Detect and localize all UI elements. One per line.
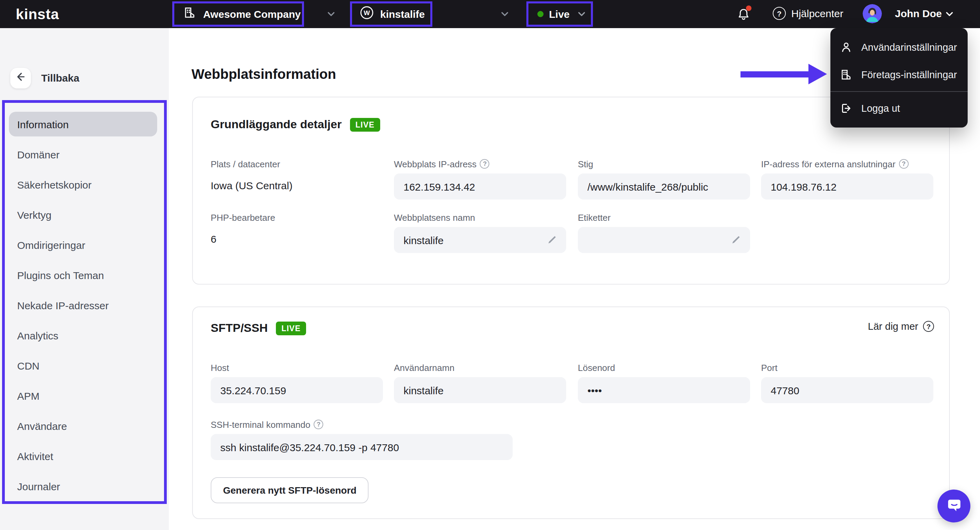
pencil-icon[interactable] (547, 235, 557, 245)
sidebar-nav-highlight: Information Domäner Säkerhetskopior Verk… (2, 100, 167, 504)
help-center-button[interactable]: ? Hjälpcenter (773, 7, 843, 20)
field-label: Port (761, 362, 778, 373)
sidebar-item-omdirigeringar[interactable]: Omdirigeringar (9, 232, 157, 257)
card-title: SFTP/SSH (211, 322, 268, 335)
generate-sftp-password-button[interactable]: Generera nytt SFTP-lösenord (211, 477, 369, 503)
environment-selector-label: Live (549, 8, 570, 20)
svg-text:W: W (364, 9, 370, 16)
field-label: Etiketter (578, 212, 611, 222)
username-value: kinstalife (394, 377, 566, 403)
user-icon (840, 41, 852, 54)
ssh-command-value: ssh kinstalife@35.224.70.159 -p 47780 (211, 434, 513, 460)
menu-item-label: Logga ut (861, 103, 900, 114)
site-selector[interactable]: W kinstalife (350, 2, 432, 27)
password-value: •••• (578, 377, 750, 403)
user-menu: Användarinställningar Företags-inställni… (830, 28, 968, 127)
sidebar-item-nekade-ip-adresser[interactable]: Nekade IP-adresser (9, 293, 157, 317)
question-circle-icon[interactable]: ? (899, 159, 908, 169)
question-circle-icon[interactable]: ? (313, 420, 323, 429)
wordpress-icon: W (360, 5, 374, 23)
field-label: SSH-terminal kommando (211, 419, 310, 430)
sidebar-item-domaner[interactable]: Domäner (9, 142, 157, 167)
help-center-label: Hjälpcenter (791, 8, 843, 19)
building-icon (183, 6, 196, 22)
field-label: Host (211, 362, 229, 373)
sidebar-item-anvandare[interactable]: Användare (9, 413, 157, 438)
live-badge: LIVE (350, 118, 380, 132)
chevron-down-icon (578, 12, 585, 16)
building-icon (840, 68, 852, 81)
menu-divider (830, 91, 968, 92)
notification-badge (746, 5, 751, 11)
field-label: IP-adress för externa anslutningar (761, 159, 896, 169)
chat-launcher[interactable] (937, 490, 970, 522)
company-selector[interactable]: Awesome Company (172, 2, 304, 27)
site-ip-value: 162.159.134.42 (394, 173, 566, 200)
bell-icon (737, 12, 750, 23)
sidebar-item-plugins-och-teman[interactable]: Plugins och Teman (9, 263, 157, 287)
status-dot (537, 11, 544, 17)
sftp-ssh-card: SFTP/SSH LIVE Lär dig mer ? Host 35.224.… (192, 306, 950, 519)
pencil-icon[interactable] (731, 235, 740, 245)
question-circle-icon: ? (923, 321, 934, 332)
avatar[interactable] (863, 4, 882, 23)
menu-item-logout[interactable]: Logga ut (830, 95, 968, 122)
path-value: /www/kinstalife_268/public (578, 173, 750, 200)
page-title: Webbplatsinformation (191, 67, 336, 82)
labels-field[interactable] (578, 227, 750, 253)
kinsta-logo: Kinsta (16, 6, 59, 23)
back-arrow-icon (15, 71, 26, 85)
live-badge: LIVE (276, 322, 306, 335)
chevron-down-icon[interactable] (501, 12, 509, 16)
field-label: PHP-bearbetare (211, 212, 275, 222)
app-window: Kinsta Awesome Company W kinstalife Live (0, 0, 980, 530)
question-circle-icon: ? (773, 7, 786, 20)
back-label: Tillbaka (41, 72, 79, 84)
company-selector-label: Awesome Company (203, 8, 301, 20)
top-bar: Kinsta Awesome Company W kinstalife Live (0, 0, 980, 28)
sidebar-item-journaler[interactable]: Journaler (9, 474, 157, 498)
field-label: Användarnamn (394, 362, 454, 373)
chevron-down-icon[interactable] (946, 12, 953, 16)
back-button[interactable] (10, 68, 31, 89)
sidebar-item-cdn[interactable]: CDN (9, 353, 157, 378)
field-label: Webbplatsens namn (394, 212, 475, 222)
annotation-arrow (740, 71, 808, 78)
question-circle-icon[interactable]: ? (480, 159, 490, 169)
site-selector-label: kinstalife (380, 8, 425, 20)
learn-more-link[interactable]: Lär dig mer ? (868, 321, 934, 332)
card-title: Grundläggande detaljer (211, 118, 342, 132)
sidebar-item-sakerhetskopior[interactable]: Säkerhetskopior (9, 172, 157, 197)
sidebar-item-analytics[interactable]: Analytics (9, 323, 157, 348)
notifications-button[interactable] (737, 8, 752, 21)
site-name-value: kinstalife (404, 234, 547, 246)
chat-bubble-icon (945, 496, 963, 516)
environment-selector[interactable]: Live (527, 2, 593, 27)
learn-more-label: Lär dig mer (868, 321, 918, 332)
field-label: Stig (578, 159, 593, 169)
user-name[interactable]: John Doe (895, 8, 942, 19)
external-ip-value: 104.198.76.12 (761, 173, 933, 200)
sidebar-item-apm[interactable]: APM (9, 383, 157, 408)
host-value: 35.224.70.159 (211, 377, 383, 403)
sidebar: Tillbaka Information Domäner Säkerhetsko… (0, 28, 169, 530)
chevron-down-icon[interactable] (327, 12, 335, 16)
php-workers-value: 6 (211, 233, 383, 245)
port-value: 47780 (761, 377, 933, 403)
logout-icon (840, 102, 852, 114)
menu-item-label: Företags-inställningar (861, 69, 957, 80)
annotation-arrow-head (808, 64, 827, 84)
field-label: Plats / datacenter (211, 159, 280, 169)
location-value: Iowa (US Central) (211, 179, 383, 191)
menu-item-user-settings[interactable]: Användarinställningar (830, 33, 968, 61)
field-label: Webbplats IP-adress (394, 159, 477, 169)
field-label: Lösenord (578, 362, 615, 373)
sidebar-item-aktivitet[interactable]: Aktivitet (9, 444, 157, 468)
menu-item-company-settings[interactable]: Företags-inställningar (830, 61, 968, 89)
menu-item-label: Användarinställningar (861, 42, 957, 53)
sidebar-item-verktyg[interactable]: Verktyg (9, 202, 157, 227)
sidebar-item-information[interactable]: Information (9, 112, 157, 136)
site-name-field[interactable]: kinstalife (394, 227, 566, 253)
